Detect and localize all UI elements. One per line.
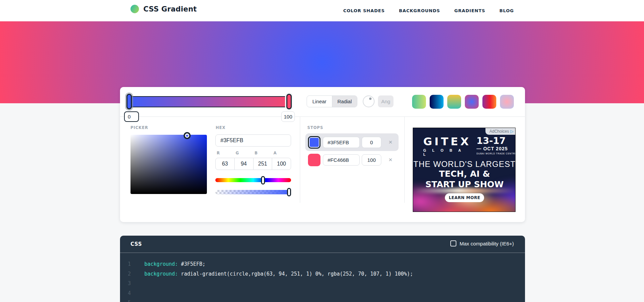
picker-section-label: PICKER xyxy=(130,125,148,130)
line-number: 1 xyxy=(120,261,131,267)
ad-headline: THE WORLD'S LARGEST TECH, AI & START UP … xyxy=(413,159,516,190)
card-vertical-divider-2 xyxy=(404,116,405,203)
site-logo[interactable]: CSS Gradient xyxy=(130,5,197,13)
nav-item-backgrounds[interactable]: BACKGROUNDS xyxy=(399,8,440,13)
preset-gradient-navy-cyan[interactable] xyxy=(430,95,444,109)
rgba-input-group: 63 94 251 100 xyxy=(215,158,291,170)
hue-slider-handle[interactable] xyxy=(261,176,265,185)
logo-text: CSS Gradient xyxy=(143,5,197,13)
stop-row: #3F5EFB 0 × xyxy=(305,133,399,151)
ad-headline-line1: THE WORLD'S LARGEST xyxy=(413,159,516,169)
rgba-labels: R G B A xyxy=(215,151,291,155)
ad-logo-row: GITEX G L O B A L 13-17 — OCT 2025 DUBAI… xyxy=(423,136,516,156)
hex-input[interactable]: #3F5EFB xyxy=(215,134,291,147)
gradient-stop-track[interactable] xyxy=(128,96,291,107)
angle-knob-dot-icon xyxy=(369,98,372,100)
b-label: B xyxy=(253,151,272,155)
code-value: #3F5EFB; xyxy=(178,261,205,267)
line-number: 2 xyxy=(120,271,131,277)
saturation-value-picker[interactable] xyxy=(130,135,207,194)
stop-position-input[interactable]: 100 xyxy=(362,154,381,166)
gradient-stop-handle-start[interactable] xyxy=(126,94,132,109)
stop-delete-icon[interactable]: × xyxy=(386,156,395,164)
card-vertical-divider-1 xyxy=(300,116,300,203)
hex-label: HEX xyxy=(216,125,225,130)
alpha-slider[interactable] xyxy=(215,190,291,194)
adchoices-icon: ▷ xyxy=(510,129,514,134)
preset-gradient-purple-orange[interactable] xyxy=(482,95,496,109)
ad-month-year: — OCT 2025 xyxy=(477,146,516,151)
code-line: 5 xyxy=(120,298,525,302)
hue-slider[interactable] xyxy=(215,178,291,182)
ad-headline-line3: START UP SHOW xyxy=(413,179,516,190)
alpha-slider-handle[interactable] xyxy=(287,188,291,196)
line-number: 3 xyxy=(120,280,131,286)
main-nav: COLOR SHADES BACKGROUNDS GRADIENTS BLOG xyxy=(343,0,514,21)
card-horizontal-divider xyxy=(120,116,525,117)
gradient-stop-handle-end[interactable] xyxy=(286,94,292,109)
alpha-input[interactable]: 100 xyxy=(272,158,291,170)
ad-brand-subtitle: G L O B A L xyxy=(423,148,471,156)
css-panel-header: CSS Max compatibility (IE6+) xyxy=(120,236,525,253)
stops-section-label: STOPS xyxy=(307,125,323,130)
logo-gradient-circle-icon xyxy=(130,5,139,13)
red-input[interactable]: 63 xyxy=(216,158,234,170)
stop-color-swatch[interactable] xyxy=(308,136,320,149)
g-label: G xyxy=(234,151,253,155)
stop-position-input[interactable]: 0 xyxy=(362,137,381,148)
max-compatibility-checkbox[interactable] xyxy=(450,240,456,246)
stop-hex-input[interactable]: #3F5EFB xyxy=(323,137,360,148)
stop-position-badge-start[interactable]: 0 xyxy=(124,111,139,122)
css-output-panel: CSS Max compatibility (IE6+) 1 backgroun… xyxy=(120,236,525,302)
green-input[interactable]: 94 xyxy=(234,158,253,170)
preset-gradient-gold-teal[interactable] xyxy=(447,95,461,109)
code-property: background: xyxy=(144,271,178,277)
blue-input[interactable]: 251 xyxy=(253,158,272,170)
ad-learn-more-button[interactable]: LEARN MORE xyxy=(445,193,484,202)
top-navbar: CSS Gradient COLOR SHADES BACKGROUNDS GR… xyxy=(0,0,644,21)
ad-headline-line2: TECH, AI & xyxy=(413,169,516,179)
ad-banner[interactable]: AdChoices ▷ GITEX G L O B A L 13-17 — OC… xyxy=(413,128,516,212)
css-code-area[interactable]: 1 background: #3F5EFB; 2 background: rad… xyxy=(120,253,525,302)
toggle-linear-button[interactable]: Linear xyxy=(307,96,332,107)
ad-venue: DUBAI WORLD TRADE CENTRE xyxy=(477,152,516,155)
adchoices-label: AdChoices xyxy=(490,129,509,134)
code-value: radial-gradient(circle,rgba(63, 94, 251,… xyxy=(178,271,413,277)
max-compatibility-toggle[interactable]: Max compatibility (IE6+) xyxy=(450,240,514,246)
line-number: 4 xyxy=(120,290,131,296)
picker-cursor[interactable] xyxy=(184,132,191,139)
preset-gradient-blue-magenta[interactable] xyxy=(465,95,479,109)
code-property: background: xyxy=(144,261,178,267)
angle-knob[interactable] xyxy=(363,95,375,107)
stop-delete-icon[interactable]: × xyxy=(386,138,395,146)
nav-item-gradients[interactable]: GRADIENTS xyxy=(454,8,485,13)
code-line: 2 background: radial-gradient(circle,rgb… xyxy=(120,269,525,279)
preset-gradient-list xyxy=(412,95,514,109)
a-label: A xyxy=(272,151,291,155)
code-line: 3 xyxy=(120,279,525,288)
adchoices-badge[interactable]: AdChoices ▷ xyxy=(485,128,515,135)
preset-gradient-green-lime[interactable] xyxy=(412,95,426,109)
ad-dates: 13-17 xyxy=(477,136,516,145)
code-line: 4 xyxy=(120,288,525,298)
css-panel-title: CSS xyxy=(130,241,142,247)
stop-color-swatch[interactable] xyxy=(308,154,320,166)
stop-position-badge-end[interactable]: 100 xyxy=(281,111,295,122)
max-compatibility-label: Max compatibility (IE6+) xyxy=(460,241,514,246)
ad-brand-name: GITEX xyxy=(423,136,471,147)
r-label: R xyxy=(215,151,234,155)
gradient-type-toggle: Linear Radial xyxy=(307,95,357,107)
gradient-editor-card: 0 100 Linear Radial Ang PICKER HEX #3F5E… xyxy=(120,87,525,222)
angle-input-disabled: Ang xyxy=(378,95,393,107)
line-number: 5 xyxy=(120,300,131,302)
stop-hex-input[interactable]: #FC466B xyxy=(323,154,360,166)
code-line: 1 background: #3F5EFB; xyxy=(120,259,525,269)
stop-row: #FC466B 100 × xyxy=(305,151,399,169)
nav-item-color-shades[interactable]: COLOR SHADES xyxy=(343,8,385,13)
nav-item-blog[interactable]: BLOG xyxy=(499,8,514,13)
preset-gradient-pink-lavender[interactable] xyxy=(500,95,514,109)
toggle-radial-button[interactable]: Radial xyxy=(332,96,357,107)
